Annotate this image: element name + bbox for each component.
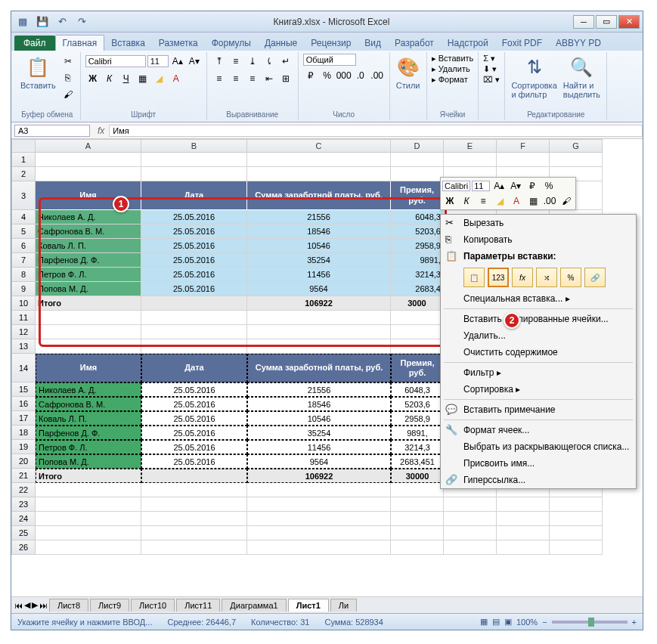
mini-currency-icon[interactable]: ₽ xyxy=(525,179,540,193)
row-header[interactable]: 11 xyxy=(11,311,36,325)
cell[interactable]: 10546 xyxy=(247,239,391,253)
cell[interactable] xyxy=(391,540,444,555)
cell[interactable]: 5203,6 xyxy=(391,397,444,411)
cell[interactable]: 6048,3 xyxy=(391,382,444,397)
row-header[interactable]: 9 xyxy=(11,282,36,296)
insert-cells-button[interactable]: ▸ Вставить xyxy=(432,54,474,63)
cell[interactable]: 25.05.2016 xyxy=(141,397,247,411)
cell[interactable]: 25.05.2016 xyxy=(141,426,247,440)
view-normal-icon[interactable]: ▦ xyxy=(480,617,488,627)
redo-icon[interactable]: ↷ xyxy=(73,14,90,30)
cell[interactable] xyxy=(36,526,141,540)
cell[interactable]: 106922 xyxy=(247,469,391,483)
cell[interactable]: 25.05.2016 xyxy=(141,454,247,469)
cell[interactable] xyxy=(391,483,444,497)
cell[interactable] xyxy=(141,311,247,325)
cell[interactable]: Имя xyxy=(36,354,141,382)
cell[interactable] xyxy=(36,339,141,354)
row-header[interactable]: 3 xyxy=(11,181,36,210)
cell[interactable] xyxy=(36,512,141,526)
row-header[interactable]: 17 xyxy=(11,411,36,426)
cell[interactable]: Николаев А. Д. xyxy=(36,210,141,224)
fill-color-icon[interactable]: ◢ xyxy=(152,71,167,86)
row-header[interactable]: 14 xyxy=(11,354,36,382)
tab-insert[interactable]: Вставка xyxy=(104,36,152,51)
cell[interactable]: Сафронова В. М. xyxy=(36,224,141,239)
paste-button[interactable]: 📋Вставить xyxy=(19,54,57,91)
delete-cells-button[interactable]: ▸ Удалить xyxy=(432,64,470,74)
tab-nav-next[interactable]: ▶ xyxy=(32,600,38,610)
cell[interactable]: 9564 xyxy=(247,454,391,469)
cell[interactable] xyxy=(247,339,391,354)
font-size-select[interactable]: 11 xyxy=(147,55,169,67)
cell[interactable] xyxy=(247,540,391,555)
ctx-hyperlink[interactable]: 🔗Гиперссылка... xyxy=(441,472,636,488)
cell[interactable] xyxy=(391,311,444,325)
ctx-paste-special[interactable]: Специальная вставка... ▸ xyxy=(441,290,636,307)
thousands-icon[interactable]: 000 xyxy=(336,68,352,83)
cell[interactable] xyxy=(550,153,603,167)
align-center-icon[interactable]: ≡ xyxy=(228,71,243,86)
cell[interactable] xyxy=(247,526,391,540)
ctx-copy[interactable]: ⎘Копировать xyxy=(441,231,636,248)
merge-icon[interactable]: ⊞ xyxy=(278,71,293,86)
row-header[interactable]: 2 xyxy=(11,167,36,181)
sheet-tab-active[interactable]: Лист1 xyxy=(288,599,329,611)
shrink-font-icon[interactable]: A▾ xyxy=(187,54,202,69)
cell[interactable]: 25.05.2016 xyxy=(141,253,247,268)
mini-fill-icon[interactable]: ◢ xyxy=(492,194,507,208)
cell[interactable] xyxy=(391,325,444,339)
tab-addins[interactable]: Надстрой xyxy=(441,36,495,51)
cell[interactable]: 106922 xyxy=(247,296,391,311)
font-name-select[interactable]: Calibri xyxy=(85,55,146,67)
row-header[interactable]: 12 xyxy=(11,325,36,339)
mini-fontcolor-icon[interactable]: A xyxy=(509,194,524,208)
cell[interactable]: 25.05.2016 xyxy=(141,239,247,253)
cell[interactable]: 2958,9 xyxy=(391,411,444,426)
orientation-icon[interactable]: ⤹ xyxy=(262,54,277,69)
cell[interactable] xyxy=(141,526,247,540)
paste-transpose-button[interactable]: ⤭ xyxy=(536,268,557,287)
zoom-out-button[interactable]: − xyxy=(542,618,547,627)
sheet-tab[interactable]: Лист10 xyxy=(131,599,175,611)
cell[interactable]: 25.05.2016 xyxy=(141,224,247,239)
paste-formulas-button[interactable]: fx xyxy=(512,268,533,287)
cell[interactable] xyxy=(391,153,444,167)
cell[interactable] xyxy=(247,483,391,497)
cell[interactable]: Премия, руб. xyxy=(391,181,444,210)
number-format-select[interactable]: Общий xyxy=(303,54,356,66)
cell[interactable] xyxy=(391,339,444,354)
fill-button[interactable]: ⬇ ▾ xyxy=(483,64,497,74)
cell[interactable] xyxy=(247,153,391,167)
cut-icon[interactable]: ✂ xyxy=(60,54,76,69)
row-header[interactable]: 4 xyxy=(11,210,36,224)
cell[interactable]: 35254 xyxy=(247,253,391,268)
fx-icon[interactable]: fx xyxy=(98,125,104,136)
cell[interactable]: 11456 xyxy=(247,268,391,282)
ctx-insert-copied[interactable]: Вставить скопированные ячейки... xyxy=(441,311,636,327)
sheet-tab[interactable]: Лист8 xyxy=(49,599,88,611)
cell[interactable]: 18546 xyxy=(247,224,391,239)
col-header[interactable]: F xyxy=(497,139,550,153)
row-header[interactable]: 20 xyxy=(11,454,36,469)
ctx-comment[interactable]: 💬Вставить примечание xyxy=(441,401,636,418)
tab-data[interactable]: Данные xyxy=(258,36,304,51)
align-left-icon[interactable]: ≡ xyxy=(212,71,227,86)
ctx-format-cells[interactable]: 🔧Формат ячеек... xyxy=(441,422,636,438)
paste-all-button[interactable]: 📋 xyxy=(463,268,485,287)
mini-align-icon[interactable]: ≡ xyxy=(476,194,491,208)
styles-button[interactable]: 🎨Стили xyxy=(395,54,422,91)
mini-bold-icon[interactable]: Ж xyxy=(442,194,457,208)
find-select-button[interactable]: 🔍Найти и выделить xyxy=(562,54,602,101)
maximize-button[interactable]: ▭ xyxy=(596,15,617,29)
cell[interactable] xyxy=(141,540,247,555)
cell[interactable] xyxy=(141,512,247,526)
bold-icon[interactable]: Ж xyxy=(85,71,101,86)
cell[interactable] xyxy=(497,497,550,512)
cell[interactable]: 10546 xyxy=(247,411,391,426)
row-header[interactable]: 13 xyxy=(11,339,36,354)
cell[interactable] xyxy=(444,153,497,167)
cell[interactable] xyxy=(141,339,247,354)
mini-format-painter-icon[interactable]: 🖌 xyxy=(559,194,574,208)
sheet-tab[interactable]: Лист11 xyxy=(176,599,220,611)
